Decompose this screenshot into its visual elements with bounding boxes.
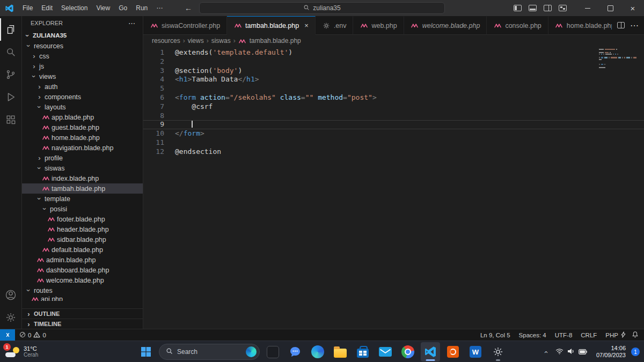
run-debug-icon[interactable] <box>0 86 21 108</box>
tab-console.php[interactable]: console.php <box>487 16 548 35</box>
word-button[interactable]: W <box>466 342 485 361</box>
chat-button[interactable] <box>286 342 305 361</box>
file-home.blade.php[interactable]: home.blade.php <box>22 132 143 143</box>
folder-views[interactable]: ›views <box>22 71 143 82</box>
toggle-secondary-sidebar-icon[interactable] <box>544 5 552 11</box>
customize-layout-icon[interactable] <box>559 5 567 11</box>
store-button[interactable] <box>353 342 372 361</box>
split-editor-icon[interactable] <box>617 22 625 28</box>
toggle-panel-icon[interactable] <box>529 5 537 11</box>
menu-selection[interactable]: Selection <box>57 3 92 13</box>
file-api.php[interactable]: api.php <box>22 295 143 301</box>
folder-js[interactable]: ›js <box>22 61 143 71</box>
search-sidebar-icon[interactable] <box>0 41 21 63</box>
breadcrumb-item[interactable]: tambah.blade.php <box>250 37 301 45</box>
vscode-taskbar-button[interactable] <box>421 342 440 361</box>
file-index.blade.php[interactable]: index.blade.php <box>22 173 143 183</box>
tab-welcome.blade.php[interactable]: welcome.blade.php <box>404 16 487 35</box>
code-line-3[interactable]: 3@section('body') <box>143 67 644 76</box>
minimize-button[interactable] <box>576 0 599 16</box>
breadcrumb-item[interactable]: views <box>188 37 204 45</box>
file-guest.blade.php[interactable]: guest.blade.php <box>22 122 143 132</box>
code-line-2[interactable]: 2 <box>143 57 644 67</box>
menu-run[interactable]: Run <box>131 3 152 13</box>
close-window-button[interactable]: × <box>621 0 644 16</box>
remote-indicator[interactable] <box>0 329 15 341</box>
menu-view[interactable]: View <box>92 3 114 13</box>
chrome-button[interactable] <box>398 342 418 361</box>
eol-sequence[interactable]: CRLF <box>581 332 597 338</box>
taskbar-search[interactable]: Search <box>159 344 260 360</box>
code-line-1[interactable]: 1@extends('template.default') <box>143 48 644 57</box>
timeline-section[interactable]: › TIMELINE <box>22 319 143 329</box>
mail-button[interactable] <box>376 342 395 361</box>
tab-tambah.blade.php[interactable]: tambah.blade.php× <box>227 16 316 35</box>
encoding[interactable]: UTF-8 <box>555 332 573 338</box>
status-misc-icon[interactable] <box>620 331 626 339</box>
code-line-11[interactable]: 11 <box>143 138 644 147</box>
file-navigation.blade.php[interactable]: navigation.blade.php <box>22 143 143 153</box>
tab-web.php[interactable]: web.php <box>353 16 404 35</box>
language-mode[interactable]: PHP <box>605 332 618 338</box>
folder-resources[interactable]: ›resources <box>22 41 143 51</box>
tab-siswaController.php[interactable]: siswaController.php <box>143 16 227 35</box>
code-line-10[interactable]: 10</form> <box>143 129 644 138</box>
breadcrumb-item[interactable]: resources <box>152 37 180 45</box>
minimap[interactable] <box>599 49 636 69</box>
folder-siswas[interactable]: ›siswas <box>22 163 143 173</box>
folder-template[interactable]: ›template <box>22 194 143 204</box>
folder-components[interactable]: ›components <box>22 92 143 102</box>
folder-posisi[interactable]: ›posisi <box>22 204 143 214</box>
start-button[interactable] <box>136 342 156 361</box>
weather-widget[interactable]: 1 31°C Cerah <box>5 341 38 362</box>
menu-more[interactable]: ⋯ <box>152 3 167 13</box>
code-line-9[interactable]: 9 <box>143 120 644 129</box>
code-line-8[interactable]: 8 <box>143 112 644 121</box>
file-default.blade.php[interactable]: default.blade.php <box>22 245 143 255</box>
folder-routes[interactable]: ›routes <box>22 285 143 295</box>
toggle-sidebar-icon[interactable] <box>514 5 522 11</box>
back-button[interactable]: ← <box>185 4 192 12</box>
explorer-icon[interactable] <box>0 18 21 41</box>
folder-auth[interactable]: ›auth <box>22 82 143 92</box>
close-tab-icon[interactable]: × <box>304 21 309 29</box>
account-icon[interactable] <box>0 284 21 306</box>
breadcrumb-item[interactable]: siswas <box>211 37 231 45</box>
code-line-5[interactable]: 5 <box>143 84 644 93</box>
outline-section[interactable]: › OUTLINE <box>22 308 143 319</box>
code-line-4[interactable]: 4<h1>Tambah Data</h1> <box>143 75 644 84</box>
settings-gear-icon[interactable] <box>0 306 21 329</box>
indentation[interactable]: Spaces: 4 <box>519 332 546 338</box>
file-footer.blade.php[interactable]: footer.blade.php <box>22 214 143 224</box>
notification-badge[interactable]: 1 <box>631 348 640 356</box>
orange-app-button[interactable] <box>443 342 463 361</box>
code-line-6[interactable]: 6<form action="/sekolahs" class="" metho… <box>143 93 644 102</box>
folder-profile[interactable]: ›profile <box>22 153 143 163</box>
file-tambah.blade.php[interactable]: tambah.blade.php <box>22 183 143 194</box>
command-center-search[interactable]: zuliana35 <box>199 2 445 14</box>
more-actions-icon[interactable]: ⋯ <box>630 20 639 31</box>
file-dashboard.blade.php[interactable]: dashboard.blade.php <box>22 265 143 275</box>
source-control-icon[interactable] <box>0 63 21 86</box>
clock[interactable]: 14:06 07/09/2023 <box>596 345 626 359</box>
menu-file[interactable]: File <box>18 3 37 13</box>
dark-app-button[interactable] <box>263 342 282 361</box>
bell-icon[interactable] <box>632 331 639 339</box>
tab-home.blade.php[interactable]: home.blade.php <box>548 16 612 35</box>
problems-status[interactable]: 0 0 <box>15 331 50 339</box>
code-line-12[interactable]: 12@endsection <box>143 147 644 157</box>
tab-.env[interactable]: .env <box>316 16 354 35</box>
file-explorer-button[interactable] <box>331 342 350 361</box>
edge-button[interactable] <box>308 342 327 361</box>
file-welcome.blade.php[interactable]: welcome.blade.php <box>22 275 143 285</box>
settings-button[interactable] <box>488 342 508 361</box>
folder-css[interactable]: ›css <box>22 51 143 61</box>
system-tray[interactable] <box>552 344 591 359</box>
views-actions-icon[interactable]: ⋯ <box>128 19 135 27</box>
file-app.blade.php[interactable]: app.blade.php <box>22 112 143 122</box>
hidden-icons-chevron[interactable]: › <box>541 351 549 353</box>
file-admin.blade.php[interactable]: admin.blade.php <box>22 255 143 265</box>
file-sidbar.blade.php[interactable]: sidbar.blade.php <box>22 234 143 245</box>
menu-edit[interactable]: Edit <box>37 3 57 13</box>
file-header.blade.php[interactable]: header.blade.php <box>22 224 143 234</box>
